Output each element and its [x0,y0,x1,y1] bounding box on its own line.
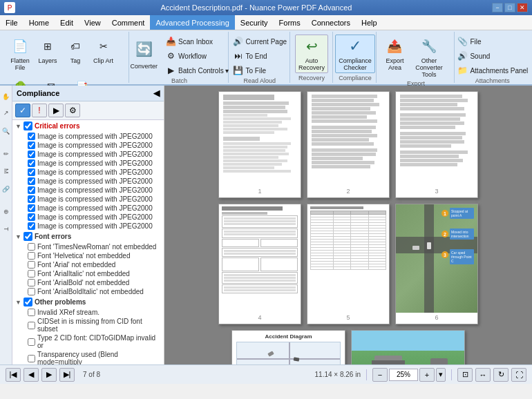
document-viewer[interactable]: 1 [164,86,532,364]
list-item[interactable]: Font 'ArialBold' not embedded [12,278,164,287]
page-2[interactable]: 2 [307,91,390,198]
to-file-label: To File [246,67,266,75]
list-item[interactable]: Image is compressed with JPEG2000 [12,213,164,222]
other-problems-checkbox[interactable] [23,298,32,306]
list-item[interactable]: Font 'ArialBoldItalic' not embedded [12,287,164,296]
list-item[interactable]: Image is compressed with JPEG2000 [12,177,164,186]
attachments-panel-button[interactable]: 📁 Attachments Panel [454,64,531,77]
file-attachment-button[interactable]: 📎 File [454,35,484,48]
tag-button[interactable]: 🏷 Tag [62,35,88,66]
annotation-tool-button[interactable]: ✏ [1,146,11,162]
page-6[interactable]: Stopped at point A Moved into intersecti… [395,204,478,324]
critical-errors-header[interactable]: ▼ Critical errors [12,120,164,132]
last-page-button[interactable]: ▶| [59,368,75,382]
other-converter-tools-button[interactable]: 🔧 Other ConverterTools [408,35,449,80]
menu-help[interactable]: Help [356,15,383,30]
page-3[interactable]: 3 [395,91,478,198]
fit-width-button[interactable]: ↔ [475,368,491,382]
font-errors-checkbox[interactable] [23,232,32,241]
list-item[interactable]: Image is compressed with JPEG2000 [12,204,164,213]
next-error-button[interactable]: ▶ [48,104,64,117]
zoom-out-button[interactable]: − [372,368,388,382]
stamp-tool-button[interactable]: ⊕ [1,204,11,220]
page-8[interactable] [351,330,465,364]
page-5[interactable]: 5 [307,204,390,324]
prev-page-button[interactable]: ◀ [23,368,39,382]
highlight-tool-button[interactable]: M [1,164,11,179]
font-errors-header[interactable]: ▼ Font errors [12,231,164,242]
first-page-button[interactable]: |◀ [6,368,21,382]
fix-button[interactable]: ⚙ [65,104,80,117]
minimize-button[interactable]: − [492,3,503,12]
select-tool-button[interactable]: ↖ [1,106,11,121]
list-item[interactable]: Transparency used (Blend mode=multiply [12,350,164,364]
critical-errors-section: ▼ Critical errors Image is compressed wi… [12,120,164,231]
current-page-button[interactable]: 🔊 Current Page [230,35,289,48]
page-4[interactable]: 4 [218,204,301,324]
typewriter-tool-button[interactable]: T [1,222,11,237]
critical-errors-checkbox[interactable] [23,121,32,130]
list-item[interactable]: Image is compressed with JPEG2000 [12,168,164,177]
clip-art-button[interactable]: ✂ Clip Art [90,35,117,66]
zoom-in-button[interactable]: + [419,368,435,382]
list-item[interactable]: Image is compressed with JPEG2000 [12,222,164,231]
scan-inbox-label: Scan Inbox [178,38,213,46]
auto-recovery-button[interactable]: ↩ AutoRecovery [295,35,328,73]
list-item[interactable]: CIDSet in is missing from CID font subse… [12,317,164,333]
list-item[interactable]: Image is compressed with JPEG2000 [12,150,164,159]
list-item[interactable]: Type 2 CID font: CIDToGIDMap invalid or [12,333,164,350]
menu-comment[interactable]: Comment [106,15,151,30]
layers-button[interactable]: ⊞ Layers [35,35,61,66]
list-item[interactable]: Image is compressed with JPEG2000 [12,141,164,150]
to-end-label: To End [246,52,267,60]
zoom-tool-button[interactable]: 🔍 [1,123,11,138]
list-item[interactable]: Font 'TimesNewRoman' not embedded [12,242,164,251]
maximize-button[interactable]: □ [504,3,515,12]
workflow-button[interactable]: ⚙ Workflow [162,49,231,63]
hand-tool-button[interactable]: ✋ [1,88,11,104]
page-1[interactable]: 1 [218,91,301,198]
list-item[interactable]: Image is compressed with JPEG2000 [12,186,164,195]
export-area-button[interactable]: 📤 ExportArea [382,35,407,73]
check-all-button[interactable]: ✓ [15,104,30,117]
menu-connectors[interactable]: Connectors [306,15,356,30]
rotate-view-button[interactable]: ↻ [493,368,509,382]
menu-file[interactable]: File [0,15,23,30]
list-item[interactable]: Invalid XRef stream. [12,308,164,317]
page-4-number: 4 [219,313,301,322]
flatten-file-button[interactable]: 📄 FlattenFile [7,35,33,73]
list-item[interactable]: Font 'Helvetica' not embedded [12,251,164,260]
sidebar-collapse-icon[interactable]: ◀ [153,88,160,98]
zoom-dropdown-button[interactable]: ▾ [436,368,446,382]
sound-button[interactable]: 🔊 Sound [454,49,493,63]
other-problems-header[interactable]: ▼ Other problems [12,296,164,308]
to-end-button[interactable]: ⏭ To End [230,49,270,63]
page-6-number: 6 [396,313,477,322]
to-file-button[interactable]: 💾 To File [230,64,269,77]
list-item[interactable]: Font 'Arial' not embedded [12,260,164,269]
list-item[interactable]: Image is compressed with JPEG2000 [12,159,164,168]
next-page-button[interactable]: ▶ [41,368,57,382]
scan-inbox-button[interactable]: 📥 Scan Inbox [162,35,231,48]
check-errors-button[interactable]: ! [32,104,47,117]
menu-advanced-processing[interactable]: Advanced Processing [150,15,234,30]
page-7[interactable]: Accident Diagram [231,330,345,364]
compliance-checker-button[interactable]: ✓ ComplianceChecker [335,35,375,73]
ribbon-group-read-aloud: 🔊 Current Page ⏭ To End 💾 To File Read A… [230,32,289,83]
list-item[interactable]: Image is compressed with JPEG2000 [12,132,164,141]
fit-page-button[interactable]: ⊡ [457,368,473,382]
close-button[interactable]: ✕ [517,3,528,12]
link-tool-button[interactable]: 🔗 [1,181,11,196]
attachments-panel-icon: 📁 [457,65,468,76]
menu-forms[interactable]: Forms [274,15,306,30]
zoom-input[interactable] [389,369,418,381]
list-item[interactable]: Font 'ArialItalic' not embedded [12,269,164,278]
batch-controls-button[interactable]: ▶ Batch Controls ▾ [162,64,231,77]
menu-home[interactable]: Home [23,15,55,30]
converter-button[interactable]: 🔄 Converter [127,35,162,77]
full-screen-button[interactable]: ⛶ [511,368,526,382]
menu-edit[interactable]: Edit [55,15,79,30]
list-item[interactable]: Image is compressed with JPEG2000 [12,195,164,204]
menu-security[interactable]: Security [235,15,274,30]
menu-view[interactable]: View [79,15,106,30]
